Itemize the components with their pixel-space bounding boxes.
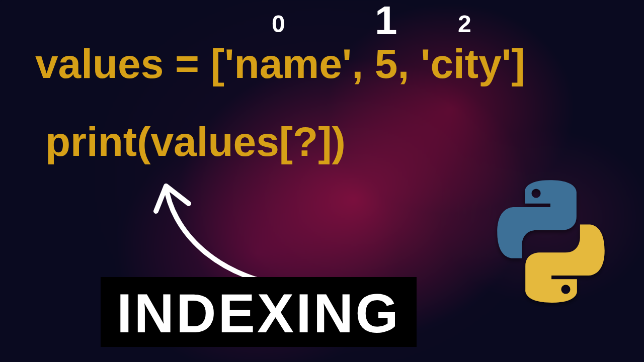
index-label-0: 0: [272, 10, 286, 38]
index-label-1: 1: [375, 0, 398, 44]
title-banner: INDEXING: [101, 277, 417, 347]
index-label-2: 2: [458, 10, 472, 38]
python-logo-icon: [486, 176, 616, 307]
code-line-print: print(values[?]): [45, 118, 346, 165]
slide-content: 0 1 2 values = ['name', 5, 'city'] print…: [0, 0, 644, 362]
title-text: INDEXING: [117, 281, 400, 345]
code-line-assignment: values = ['name', 5, 'city']: [35, 40, 525, 87]
